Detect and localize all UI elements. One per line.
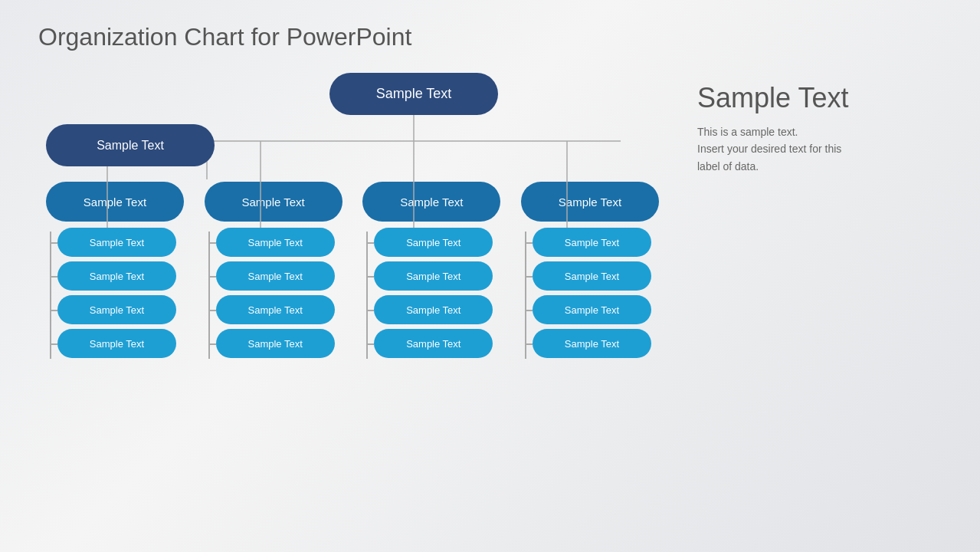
col-2-item-3[interactable]: Sample Text [216,295,335,324]
col-1-header[interactable]: Sample Text [46,182,184,222]
description-area: Sample Text This is a sample text. Inser… [667,67,942,363]
chart-area: Sample Text Sample Text Sample Text Samp… [38,67,667,363]
col-1-item-3[interactable]: Sample Text [57,295,176,324]
col-3-item-2[interactable]: Sample Text [374,261,493,291]
col-4-item-1[interactable]: Sample Text [533,228,651,257]
col-4-item-4[interactable]: Sample Text [533,329,651,358]
column-1: Sample Text Sample Text Sample Text Samp… [42,182,188,363]
slide: Organization Chart for PowerPoint [0,0,980,552]
col-1-item-4[interactable]: Sample Text [57,329,176,358]
col-3-header[interactable]: Sample Text [362,182,500,222]
col-1-item-2[interactable]: Sample Text [57,261,176,291]
page-title: Organization Chart for PowerPoint [38,23,942,51]
col-2-item-1[interactable]: Sample Text [216,228,335,257]
col-3-item-4[interactable]: Sample Text [374,329,493,358]
col-2-items: Sample Text Sample Text Sample Text Samp… [201,228,346,363]
col-4-item-2[interactable]: Sample Text [533,261,651,291]
col-4-item-3[interactable]: Sample Text [533,295,651,324]
col-1-items: Sample Text Sample Text Sample Text Samp… [42,228,188,363]
top-node[interactable]: Sample Text [329,73,498,115]
col-2-item-4[interactable]: Sample Text [216,329,335,358]
top-node-row: Sample Text [238,67,590,120]
col-1-item-1[interactable]: Sample Text [57,228,176,257]
col-2-item-2[interactable]: Sample Text [216,261,335,291]
col-3-items: Sample Text Sample Text Sample Text Samp… [359,228,504,363]
description-title: Sample Text [697,82,942,114]
content-area: Sample Text Sample Text Sample Text Samp… [38,67,942,363]
col-3-item-3[interactable]: Sample Text [374,295,493,324]
col-4-header[interactable]: Sample Text [521,182,659,222]
column-4: Sample Text Sample Text Sample Text Samp… [517,182,663,363]
col-3-item-1[interactable]: Sample Text [374,228,493,257]
column-2: Sample Text Sample Text Sample Text Samp… [201,182,346,363]
second-node-row: Sample Text [38,120,667,170]
second-node[interactable]: Sample Text [46,124,215,166]
col-4-items: Sample Text Sample Text Sample Text Samp… [517,228,663,363]
description-body: This is a sample text. Insert your desir… [697,123,942,175]
col-2-header[interactable]: Sample Text [205,182,343,222]
columns-row: Sample Text Sample Text Sample Text Samp… [38,182,667,363]
column-3: Sample Text Sample Text Sample Text Samp… [359,182,504,363]
